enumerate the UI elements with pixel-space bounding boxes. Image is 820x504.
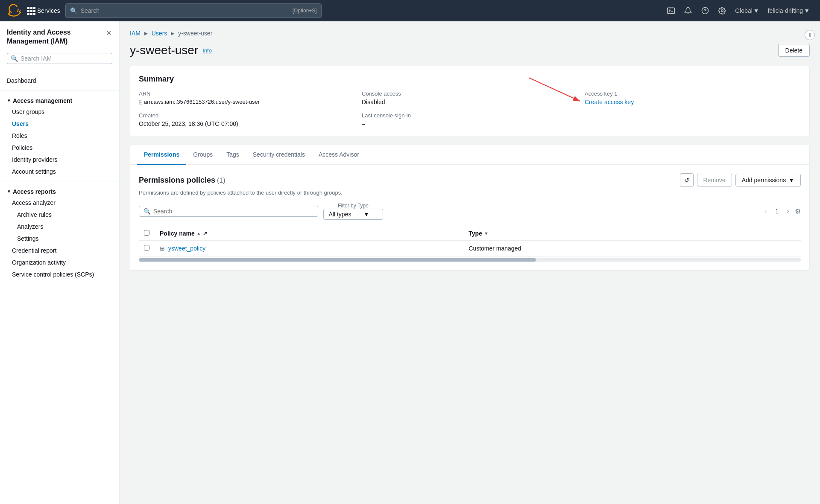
sidebar-item-settings[interactable]: Settings xyxy=(0,233,119,245)
sidebar-header: Identity and Access Management (IAM) ✕ xyxy=(0,28,119,53)
sidebar-item-users[interactable]: Users xyxy=(0,118,119,130)
type-select-value: All types xyxy=(328,211,352,218)
info-circle-icon: ℹ xyxy=(809,32,811,38)
next-page-button[interactable]: › xyxy=(783,206,793,216)
sidebar-item-service-control-policies[interactable]: Service control policies (SCPs) xyxy=(0,268,119,280)
tab-groups[interactable]: Groups xyxy=(186,145,220,165)
policy-expand-icon[interactable]: ⊞ xyxy=(160,245,165,252)
create-access-key-link[interactable]: Create access key xyxy=(585,99,634,105)
breadcrumb-iam-link[interactable]: IAM xyxy=(130,30,141,37)
aws-logo[interactable] xyxy=(7,3,22,18)
search-input-wrap[interactable]: 🔍 xyxy=(139,206,318,217)
refresh-button[interactable]: ↺ xyxy=(680,173,694,187)
arn-value: ⎘ arn:aws:iam::357661153726:user/y-sweet… xyxy=(139,99,355,105)
policy-name-sort-icon[interactable]: ▲ xyxy=(196,231,201,236)
help-icon-button[interactable] xyxy=(697,3,713,18)
sidebar-access-reports-label: Access reports xyxy=(13,188,56,195)
global-search[interactable]: 🔍 [Option+S] xyxy=(65,3,322,18)
horizontal-scrollbar[interactable] xyxy=(139,258,801,262)
sidebar-item-roles[interactable]: Roles xyxy=(0,130,119,142)
tab-security-credentials[interactable]: Security credentials xyxy=(246,145,312,165)
access-key-label: Access key 1 xyxy=(585,90,801,97)
table-row: ⊞ ysweet_policy Customer managed xyxy=(139,241,801,256)
main-content: IAM ► Users ► y-sweet-user y-sweet-user … xyxy=(120,21,820,504)
bell-icon-button[interactable] xyxy=(680,3,696,18)
user-menu[interactable]: felicia-drifting ▼ xyxy=(764,7,813,14)
policy-name-cell: ⊞ ysweet_policy xyxy=(155,241,463,256)
tabs-bar: Permissions Groups Tags Security credent… xyxy=(130,145,809,165)
search-icon: 🔍 xyxy=(144,208,151,215)
sidebar-item-access-analyzer[interactable]: Access analyzer xyxy=(0,197,119,209)
sidebar-item-organization-activity[interactable]: Organization activity xyxy=(0,256,119,268)
nav-icons-group: Global ▼ felicia-drifting ▼ xyxy=(663,3,813,18)
permissions-title-area: Permissions policies (1) xyxy=(139,176,226,185)
summary-access-key: Access key 1 Create access key xyxy=(585,90,801,127)
tab-permissions[interactable]: Permissions xyxy=(137,145,186,165)
region-selector[interactable]: Global ▼ xyxy=(732,7,762,14)
services-menu[interactable]: Services xyxy=(27,7,60,15)
sidebar-item-policies[interactable]: Policies xyxy=(0,142,119,154)
remove-button[interactable]: Remove xyxy=(697,174,732,186)
filter-row: 🔍 Filter by Type All types ▼ xyxy=(139,203,801,220)
sidebar-search-input[interactable] xyxy=(20,55,108,62)
sidebar-section-label: Access management xyxy=(13,97,72,104)
select-all-checkbox[interactable] xyxy=(144,230,149,236)
policies-table-container: Policy name ▲ ↗ Type ▼ xyxy=(139,227,801,262)
copy-icon[interactable]: ⎘ xyxy=(139,99,142,105)
sidebar-section-access-reports[interactable]: ▼ Access reports xyxy=(0,185,119,197)
policy-link[interactable]: ysweet_policy xyxy=(168,245,205,252)
search-shortcut: [Option+S] xyxy=(293,8,317,14)
tab-access-advisor[interactable]: Access Advisor xyxy=(312,145,366,165)
app-layout: Identity and Access Management (IAM) ✕ 🔍… xyxy=(0,21,820,504)
created-label: Created xyxy=(139,112,355,119)
page-title: y-sweet-user xyxy=(130,44,198,57)
arn-text: arn:aws:iam::357661153726:user/y-sweet-u… xyxy=(144,99,260,105)
filter-type-area: Filter by Type All types ▼ xyxy=(323,203,383,220)
page-title-area: y-sweet-user Info xyxy=(130,44,212,57)
scroll-thumb xyxy=(139,258,536,262)
console-access-value: Disabled xyxy=(362,99,578,105)
permissions-panel: Permissions policies (1) ↺ Remove Add pe… xyxy=(130,165,809,270)
delete-button[interactable]: Delete xyxy=(778,44,810,57)
sidebar-search-box[interactable]: 🔍 xyxy=(7,53,112,64)
sidebar-item-archive-rules[interactable]: Archive rules xyxy=(0,209,119,221)
grid-icon xyxy=(27,7,35,15)
sidebar-close-button[interactable]: ✕ xyxy=(105,28,112,38)
summary-grid: ARN ⎘ arn:aws:iam::357661153726:user/y-s… xyxy=(139,90,801,127)
sidebar-item-user-groups[interactable]: User groups xyxy=(0,106,119,118)
sidebar-item-identity-providers[interactable]: Identity providers xyxy=(0,154,119,166)
sidebar-item-analyzers[interactable]: Analyzers xyxy=(0,221,119,233)
summary-card: Summary ARN ⎘ arn:aws:iam: xyxy=(130,66,810,136)
settings-icon-button[interactable] xyxy=(715,3,730,18)
sidebar-item-dashboard[interactable]: Dashboard xyxy=(0,75,119,87)
sidebar-item-account-settings[interactable]: Account settings xyxy=(0,166,119,178)
tab-tags[interactable]: Tags xyxy=(220,145,246,165)
row-checkbox[interactable] xyxy=(144,245,149,251)
table-settings-button[interactable]: ⚙ xyxy=(795,207,801,216)
info-circle-button[interactable]: ℹ xyxy=(805,30,815,40)
th-checkbox xyxy=(139,227,155,241)
search-icon: 🔍 xyxy=(70,7,77,14)
policy-search-input[interactable] xyxy=(153,208,313,215)
region-chevron-icon: ▼ xyxy=(753,7,759,14)
terminal-icon-button[interactable] xyxy=(663,3,679,18)
add-permissions-button[interactable]: Add permissions ▼ xyxy=(735,174,801,186)
user-chevron-icon: ▼ xyxy=(804,7,810,14)
prev-page-button[interactable]: ‹ xyxy=(761,206,771,216)
type-sort-icon[interactable]: ▼ xyxy=(484,231,489,236)
last-signin-label: Last console sign-in xyxy=(362,112,578,119)
type-select-chevron-icon: ▼ xyxy=(354,211,378,218)
access-reports-arrow-icon: ▼ xyxy=(7,189,11,194)
breadcrumb-users-link[interactable]: Users xyxy=(152,30,167,37)
services-label: Services xyxy=(37,7,60,14)
sidebar-section-access-management[interactable]: ▼ Access management xyxy=(0,94,119,106)
sidebar-item-credential-report[interactable]: Credential report xyxy=(0,245,119,256)
breadcrumb-sep-1: ► xyxy=(143,30,149,37)
type-select[interactable]: All types ▼ xyxy=(323,209,383,220)
permissions-policies-title: Permissions policies xyxy=(139,176,215,184)
tabs-container: Permissions Groups Tags Security credent… xyxy=(130,145,810,271)
user-label: felicia-drifting xyxy=(768,7,803,14)
search-input[interactable] xyxy=(81,7,289,14)
row-checkbox-cell xyxy=(139,241,155,256)
info-badge[interactable]: Info xyxy=(202,47,212,54)
